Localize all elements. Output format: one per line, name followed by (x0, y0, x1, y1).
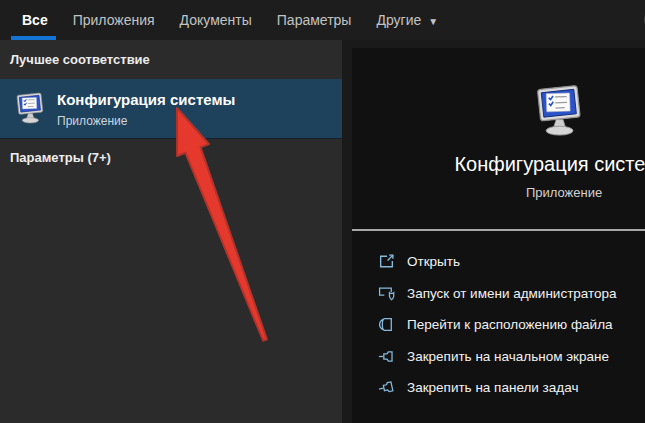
tab-all-label: Все (22, 12, 48, 28)
tab-documents[interactable]: Документы (180, 12, 252, 28)
action-open-file-location[interactable]: Перейти к расположению файла (352, 309, 645, 341)
tab-apps[interactable]: Приложения (73, 12, 155, 28)
tab-documents-label: Документы (180, 12, 252, 28)
preview-pane: Конфигурация системы Приложение Открыть (352, 48, 645, 423)
best-match-header: Лучшее соответствие (10, 52, 150, 67)
action-open[interactable]: Открыть (352, 246, 645, 278)
action-pin-to-taskbar[interactable]: Закрепить на панели задач (352, 372, 645, 404)
tab-settings[interactable]: Параметры (277, 12, 352, 28)
preview-app-subtitle: Приложение (352, 185, 645, 200)
search-results-panel: Лучшее соответствие (0, 40, 342, 423)
chevron-down-icon: ▼ (428, 16, 438, 27)
action-run-as-admin[interactable]: Запуск от имени администратора (352, 278, 645, 310)
action-open-label: Открыть (407, 254, 460, 269)
settings-section-header[interactable]: Параметры (7+) (10, 150, 111, 165)
tab-more[interactable]: Другие▼ (376, 12, 438, 28)
preview-pane-background: Конфигурация системы Приложение Открыть (342, 40, 645, 423)
pin-start-icon (378, 348, 395, 365)
tab-settings-label: Параметры (277, 12, 352, 28)
open-icon (378, 253, 395, 270)
pin-taskbar-icon (378, 379, 395, 396)
preview-app-title: Конфигурация системы (352, 153, 645, 176)
tab-all[interactable]: Все (22, 12, 48, 28)
file-location-icon (378, 316, 395, 333)
tab-apps-label: Приложения (73, 12, 155, 28)
best-match-item[interactable]: Конфигурация системы Приложение (0, 79, 342, 139)
action-run-as-admin-label: Запуск от имени администратора (407, 286, 617, 301)
action-pin-to-start-label: Закрепить на начальном экране (407, 349, 609, 364)
context-action-list: Открыть Запуск от имени администратора (352, 246, 645, 404)
best-match-subtitle: Приложение (57, 114, 127, 128)
msconfig-app-icon-large (531, 84, 587, 140)
action-open-file-location-label: Перейти к расположению файла (407, 317, 613, 332)
preview-divider (352, 229, 645, 231)
msconfig-app-icon (13, 92, 47, 126)
tab-more-label: Другие (376, 12, 421, 28)
tab-list: Все Приложения Документы Параметры Други… (0, 0, 645, 40)
action-pin-to-taskbar-label: Закрепить на панели задач (407, 380, 578, 395)
best-match-title: Конфигурация системы (57, 91, 235, 108)
search-filter-tabbar: Все Приложения Документы Параметры Други… (0, 0, 645, 40)
run-as-admin-shield-icon (378, 285, 395, 302)
action-pin-to-start[interactable]: Закрепить на начальном экране (352, 341, 645, 373)
